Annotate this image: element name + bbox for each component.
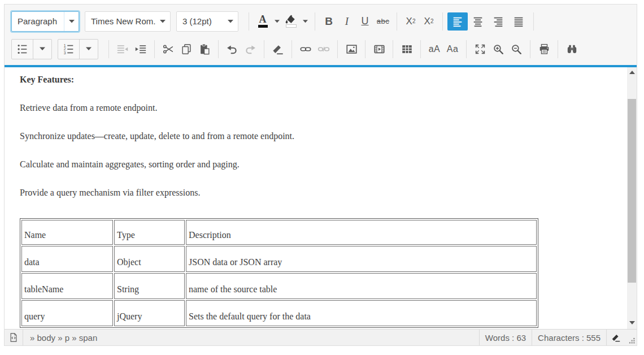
italic-button[interactable]: I: [338, 12, 356, 31]
subscript-label: X: [424, 16, 430, 27]
insert-table-button[interactable]: [398, 40, 416, 58]
chevron-down-icon: [155, 12, 170, 31]
print-button[interactable]: [535, 40, 553, 58]
align-center-button[interactable]: [468, 12, 488, 31]
triangle-up-icon: [629, 71, 635, 74]
print-icon: [538, 43, 551, 55]
numbered-list-button[interactable]: 1 2 3: [58, 40, 79, 59]
table-cell[interactable]: tableName: [21, 273, 113, 299]
toolbar-separator: [365, 40, 365, 58]
link-icon: [299, 43, 312, 55]
toolbar-row-1: Paragraph Times New Rom.. 3 (12pt): [11, 7, 637, 35]
outdent-button[interactable]: [114, 40, 132, 58]
table-row: data Object JSON data or JSON array: [21, 246, 537, 272]
toolbar-separator: [466, 40, 467, 58]
align-justify-icon: [512, 15, 525, 28]
toolbar-separator: [420, 40, 421, 58]
table-header-cell[interactable]: Type: [114, 220, 185, 245]
zoom-in-button[interactable]: [489, 40, 507, 58]
superscript-button[interactable]: X2: [402, 12, 420, 31]
bullet-list-button[interactable]: [12, 40, 33, 59]
doc-paragraph[interactable]: Synchronize updates—create, update, dele…: [20, 131, 621, 141]
bold-button[interactable]: B: [320, 12, 338, 31]
clear-content-button[interactable]: [606, 330, 625, 345]
cut-button[interactable]: [159, 40, 177, 58]
scroll-up-button[interactable]: [627, 67, 637, 77]
toolbar-separator: [558, 40, 558, 58]
find-button[interactable]: [563, 40, 581, 58]
toolbar-separator: [533, 12, 534, 31]
align-right-icon: [492, 15, 504, 28]
rich-text-editor: Paragraph Times New Rom.. 3 (12pt): [4, 4, 637, 346]
font-size-select[interactable]: 3 (12pt): [176, 11, 238, 32]
doc-heading[interactable]: Key Features:: [20, 75, 621, 85]
outdent-icon: [116, 43, 129, 55]
chevron-down-icon: [64, 12, 79, 31]
undo-button[interactable]: [223, 40, 241, 58]
view-html-button[interactable]: [5, 330, 23, 345]
font-family-select[interactable]: Times New Rom..: [85, 11, 171, 32]
table-cell[interactable]: String: [114, 273, 185, 299]
html-source-icon: [8, 332, 19, 343]
lowercase-button[interactable]: Aa: [443, 40, 462, 58]
underline-button[interactable]: U: [356, 12, 374, 31]
align-left-button[interactable]: [447, 12, 468, 31]
background-color-dropdown-button[interactable]: [300, 12, 310, 31]
table-cell[interactable]: JSON data or JSON array: [186, 246, 537, 272]
paste-button[interactable]: [195, 40, 214, 58]
table-header-cell[interactable]: Name: [21, 220, 113, 245]
bullet-list-dropdown-button[interactable]: [33, 40, 51, 59]
breadcrumb[interactable]: » body » p » span: [23, 330, 479, 345]
toolbar-separator: [291, 40, 292, 58]
numbered-list-splitbutton: 1 2 3: [58, 39, 98, 59]
toolbar-separator: [315, 12, 315, 31]
background-color-button[interactable]: [282, 12, 300, 31]
indent-button[interactable]: [132, 40, 150, 58]
zoom-out-button[interactable]: [507, 40, 525, 58]
scroll-down-button[interactable]: [627, 318, 637, 328]
align-justify-button[interactable]: [508, 12, 529, 31]
format-select[interactable]: Paragraph: [11, 11, 79, 32]
align-center-icon: [472, 15, 484, 28]
numbered-list-dropdown-button[interactable]: [80, 40, 98, 59]
doc-paragraph[interactable]: Retrieve data from a remote endpoint.: [20, 103, 621, 113]
table-header-cell[interactable]: Description: [186, 220, 537, 245]
doc-paragraph[interactable]: Provide a query mechanism via filter exp…: [20, 188, 621, 198]
uppercase-button[interactable]: aA: [425, 40, 443, 58]
table-cell[interactable]: query: [21, 300, 113, 326]
doc-table[interactable]: Name Type Description data Object JSON d…: [20, 218, 538, 328]
fullscreen-button[interactable]: [471, 40, 489, 58]
font-color-button[interactable]: A: [254, 12, 272, 31]
table-cell[interactable]: name of the source table: [186, 273, 537, 299]
insert-image-button[interactable]: [342, 40, 360, 58]
fullscreen-icon: [474, 43, 486, 55]
strikethrough-button[interactable]: abc: [374, 12, 392, 31]
vertical-scrollbar[interactable]: [627, 67, 637, 329]
insert-video-button[interactable]: [370, 40, 388, 58]
redo-button[interactable]: [241, 40, 259, 58]
editable-document[interactable]: Key Features: Retrieve data from a remot…: [5, 67, 627, 329]
background-color-swatch: [286, 24, 297, 28]
remove-link-button[interactable]: [315, 40, 333, 58]
resize-grip-icon[interactable]: [625, 330, 637, 345]
copy-icon: [180, 43, 193, 55]
insert-link-button[interactable]: [297, 40, 315, 58]
table-cell[interactable]: data: [21, 246, 113, 272]
scrollbar-thumb[interactable]: [628, 99, 636, 283]
font-color-icon: A: [259, 15, 267, 24]
chevron-down-icon: [40, 47, 45, 51]
paint-bucket-icon: [285, 15, 297, 24]
font-size-value: 3 (12pt): [177, 16, 223, 26]
align-right-button[interactable]: [488, 12, 508, 31]
copy-button[interactable]: [177, 40, 195, 58]
clear-formatting-button[interactable]: [269, 40, 287, 58]
table-cell[interactable]: Object: [114, 246, 185, 272]
table-cell[interactable]: jQuery: [114, 300, 185, 326]
chevron-down-icon: [86, 47, 92, 51]
subscript-button[interactable]: X2: [420, 12, 438, 31]
doc-paragraph[interactable]: Calculate and maintain aggregates, sorti…: [20, 159, 621, 170]
table-cell[interactable]: Sets the default query for the data: [186, 300, 537, 326]
font-color-dropdown-button[interactable]: [272, 12, 282, 31]
toolbar-separator: [337, 40, 338, 58]
toolbar-separator: [264, 40, 264, 58]
